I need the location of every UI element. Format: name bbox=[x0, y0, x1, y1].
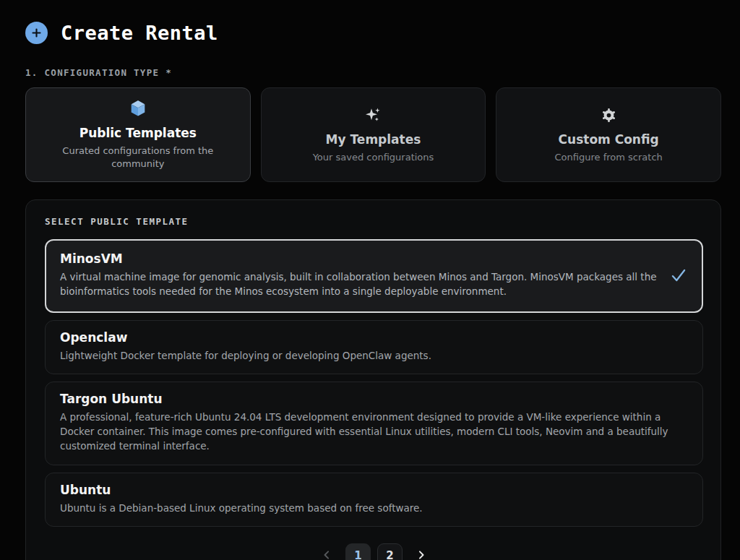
template-option-targon-ubuntu[interactable]: Targon Ubuntu A professional, feature-ri… bbox=[45, 382, 703, 465]
cube-icon bbox=[129, 99, 147, 118]
template-text: MinosVM A virtual machine image for geno… bbox=[60, 251, 658, 299]
template-name: Targon Ubuntu bbox=[60, 392, 688, 406]
config-option-subtitle: Curated configurations from the communit… bbox=[46, 145, 230, 170]
previous-page-button[interactable] bbox=[314, 543, 339, 560]
plus-circle-icon bbox=[25, 22, 48, 44]
config-option-title: Custom Config bbox=[559, 132, 659, 147]
page-title: Create Rental bbox=[61, 22, 218, 44]
config-option-subtitle: Configure from scratch bbox=[555, 151, 663, 164]
create-rental-page: Create Rental 1. CONFIGURATION TYPE * Pu… bbox=[0, 0, 740, 560]
template-option-ubuntu[interactable]: Ubuntu Ubuntu is a Debian-based Linux op… bbox=[45, 473, 703, 527]
template-description: A professional, feature-rich Ubuntu 24.0… bbox=[60, 410, 688, 454]
config-option-title: My Templates bbox=[326, 132, 421, 147]
pagination: 1 2 bbox=[45, 543, 703, 560]
template-name: Ubuntu bbox=[60, 483, 688, 497]
template-option-minosvm[interactable]: MinosVM A virtual machine image for geno… bbox=[45, 239, 703, 313]
config-option-title: Public Templates bbox=[79, 126, 197, 140]
template-text: Openclaw Lightweight Docker template for… bbox=[60, 330, 688, 363]
configuration-type-options: Public Templates Curated configurations … bbox=[25, 87, 721, 182]
check-icon bbox=[669, 266, 688, 285]
gear-icon bbox=[601, 105, 617, 124]
sparkles-icon bbox=[364, 105, 382, 124]
template-name: Openclaw bbox=[60, 330, 688, 345]
config-option-my-templates[interactable]: My Templates Your saved configurations bbox=[261, 87, 486, 182]
chevron-right-icon bbox=[414, 548, 429, 560]
page-button-1[interactable]: 1 bbox=[345, 543, 371, 560]
next-page-button[interactable] bbox=[409, 543, 434, 560]
configuration-type-label: 1. CONFIGURATION TYPE * bbox=[25, 67, 721, 78]
page-button-2[interactable]: 2 bbox=[377, 543, 403, 560]
config-option-custom-config[interactable]: Custom Config Configure from scratch bbox=[496, 87, 721, 182]
select-public-template-label: SELECT PUBLIC TEMPLATE bbox=[45, 216, 703, 227]
chevron-left-icon bbox=[319, 548, 334, 560]
select-public-template-panel: SELECT PUBLIC TEMPLATE MinosVM A virtual… bbox=[25, 199, 721, 560]
config-option-public-templates[interactable]: Public Templates Curated configurations … bbox=[25, 87, 251, 182]
template-description: A virtual machine image for genomic anal… bbox=[60, 270, 658, 299]
template-text: Ubuntu Ubuntu is a Debian-based Linux op… bbox=[60, 483, 688, 515]
template-description: Ubuntu is a Debian-based Linux operating… bbox=[60, 501, 688, 515]
page-header: Create Rental bbox=[25, 22, 721, 44]
template-option-openclaw[interactable]: Openclaw Lightweight Docker template for… bbox=[45, 320, 703, 374]
template-description: Lightweight Docker template for deployin… bbox=[60, 348, 688, 363]
config-option-subtitle: Your saved configurations bbox=[313, 151, 434, 164]
template-name: MinosVM bbox=[60, 251, 658, 266]
template-text: Targon Ubuntu A professional, feature-ri… bbox=[60, 392, 688, 454]
